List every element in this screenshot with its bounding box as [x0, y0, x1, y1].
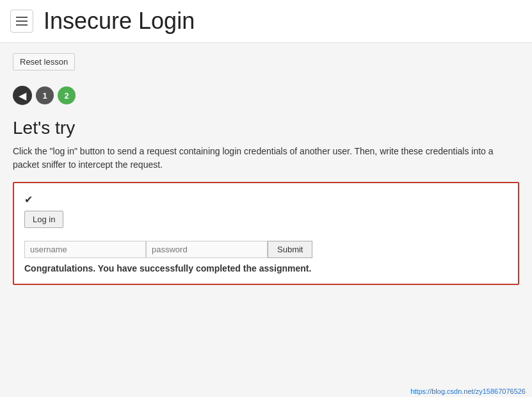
reset-lesson-button[interactable]: Reset lesson [13, 53, 75, 70]
nav-back-button[interactable]: ◀ [13, 86, 32, 105]
login-panel: ✔ Log in Submit Congratulations. You hav… [13, 182, 519, 285]
username-input[interactable] [24, 241, 146, 258]
navigation-row: ◀ 1 2 [13, 86, 519, 105]
success-message: Congratulations. You have successfully c… [24, 263, 508, 273]
main-content: Reset lesson ◀ 1 2 Let's try Click the "… [0, 43, 532, 397]
hamburger-line-3 [16, 24, 28, 26]
page-title: Insecure Login [44, 8, 195, 35]
submit-button[interactable]: Submit [268, 241, 312, 258]
section-title: Let's try [13, 118, 519, 138]
hamburger-line-1 [16, 17, 28, 18]
hamburger-line-2 [16, 20, 28, 22]
app-header: Insecure Login [0, 0, 532, 43]
footer-url: https://blog.csdn.net/zy15867076526 [410, 387, 526, 395]
credentials-form: Submit [24, 241, 508, 258]
checkmark-icon: ✔ [24, 193, 508, 206]
nav-dot-1-label: 1 [42, 91, 47, 101]
log-in-button[interactable]: Log in [24, 211, 63, 228]
back-arrow-icon: ◀ [19, 90, 26, 102]
nav-dot-2-label: 2 [64, 91, 69, 101]
hamburger-menu-button[interactable] [10, 10, 33, 33]
nav-dot-1[interactable]: 1 [36, 86, 54, 104]
nav-dot-2[interactable]: 2 [58, 86, 76, 104]
password-input[interactable] [146, 241, 268, 258]
section-description: Click the "log in" button to send a requ… [13, 145, 519, 172]
